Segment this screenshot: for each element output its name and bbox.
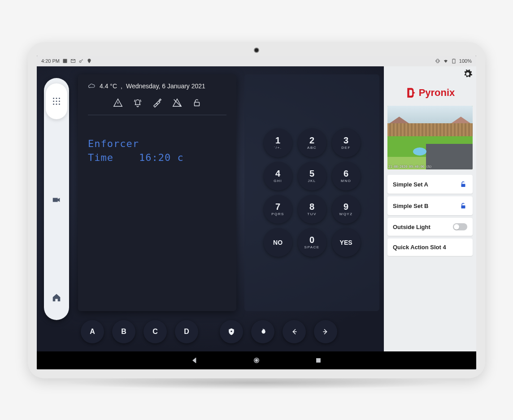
quick-action-label: Simple Set A: [393, 181, 428, 188]
svg-point-9: [56, 100, 57, 102]
quick-action-label: Quick Action Slot 4: [393, 244, 446, 251]
police-button[interactable]: [220, 320, 243, 343]
svg-point-11: [53, 103, 54, 104]
key-sublabel: ABC: [307, 146, 317, 150]
key-sublabel: MNO: [341, 179, 351, 183]
fire-button[interactable]: [251, 320, 274, 343]
key-label: 7: [275, 202, 280, 211]
key-sublabel: GHI: [274, 179, 282, 183]
arrow-right-icon: [321, 327, 330, 336]
svg-rect-17: [461, 205, 465, 208]
key-2[interactable]: 2ABC: [298, 129, 326, 157]
key-label: 9: [343, 202, 348, 211]
key-8[interactable]: 8TUV: [298, 195, 326, 224]
weather-date: Wednesday, 6 January 2021: [126, 82, 205, 90]
android-back-button[interactable]: [191, 356, 199, 364]
bell-icon: [133, 98, 143, 108]
key-5[interactable]: 5JKL: [298, 162, 326, 191]
key-sublabel: PQRS: [271, 212, 284, 216]
key-6[interactable]: 6MNO: [332, 162, 361, 191]
tablet-frame: 4:20 PM 100%: [28, 42, 485, 378]
wifi-icon: [443, 58, 448, 64]
warning-strike-icon: [172, 98, 182, 108]
svg-rect-14: [194, 102, 199, 106]
brand-name: Pyronix: [419, 87, 455, 99]
camera-timestamp: 21-08-2020 09:40:00 (S): [388, 165, 432, 169]
key-sublabel: DEF: [341, 146, 351, 150]
quick-action-3[interactable]: Quick Action Slot 4: [387, 238, 473, 256]
unlock-icon: [192, 98, 202, 108]
key-4[interactable]: 4GHI: [264, 162, 292, 191]
battery-percent: 100%: [459, 58, 472, 64]
key-label: 8: [309, 202, 314, 211]
divider: [88, 115, 226, 115]
quick-action-1[interactable]: Simple Set B: [387, 196, 473, 215]
brand: Pyronix: [387, 84, 473, 103]
key-sublabel: WQYZ: [339, 212, 353, 216]
left-nav: [44, 78, 69, 320]
camera-thumbnail[interactable]: 21-08-2020 09:40:00 (S): [387, 106, 473, 170]
svg-rect-3: [452, 59, 455, 63]
app-body: 4.4 °C, Wednesday, 6 January 2021 Enforc…: [37, 66, 476, 351]
svg-point-19: [255, 359, 258, 362]
key-label: 6: [343, 169, 348, 178]
screen: 4:20 PM 100%: [37, 56, 476, 369]
svg-point-12: [56, 103, 57, 104]
key-label: 3: [343, 136, 348, 145]
toggle-switch[interactable]: [453, 223, 467, 230]
key-no[interactable]: NO: [264, 228, 292, 257]
svg-point-15: [230, 330, 232, 332]
svg-rect-4: [453, 59, 454, 59]
area-b-button[interactable]: B: [112, 320, 135, 343]
tablet-camera-icon: [254, 48, 259, 53]
svg-rect-2: [437, 59, 439, 63]
android-nav-bar: [37, 351, 476, 369]
forward-button[interactable]: [314, 320, 337, 343]
key-sublabel: TUV: [307, 212, 317, 216]
key-yes[interactable]: YES: [332, 228, 361, 257]
mail-icon: [70, 58, 76, 64]
unlock-icon: [459, 180, 467, 188]
key-0[interactable]: 0SPACE: [298, 228, 326, 257]
key-label: 4: [275, 169, 280, 178]
status-time: 4:20 PM: [41, 58, 60, 64]
key-sublabel: `/+.: [274, 146, 282, 150]
key-3[interactable]: 3DEF: [332, 129, 361, 157]
keypad: 1`/+.2ABC3DEF4GHI5JKL6MNO7PQRS8TUV9WQYZN…: [244, 74, 379, 311]
right-panel: Pyronix 21-08-2020 09:40:00 (S) Simple S…: [384, 66, 476, 351]
key-9[interactable]: 9WQYZ: [332, 195, 361, 224]
home-tab[interactable]: [46, 280, 67, 316]
shadow: [62, 376, 451, 390]
svg-point-1: [79, 61, 81, 62]
android-home-button[interactable]: [252, 356, 261, 364]
area-c-button[interactable]: C: [143, 320, 167, 343]
svg-point-10: [59, 100, 60, 102]
indicator-row: [88, 98, 226, 108]
svg-point-7: [59, 98, 60, 99]
android-recent-button[interactable]: [314, 356, 322, 364]
keypad-tab[interactable]: [46, 83, 67, 119]
android-status-bar: 4:20 PM 100%: [37, 56, 476, 66]
house-icon: [52, 293, 61, 303]
settings-button[interactable]: [463, 69, 473, 79]
svg-rect-16: [461, 184, 465, 187]
grid-icon: [52, 96, 61, 106]
area-a-button[interactable]: A: [81, 320, 104, 343]
fire-icon: [258, 327, 267, 336]
info-panel: 4.4 °C, Wednesday, 6 January 2021 Enforc…: [78, 74, 236, 311]
key-7[interactable]: 7PQRS: [264, 195, 292, 224]
image-icon: [62, 58, 68, 64]
key-label: 2: [309, 136, 314, 145]
location-icon: [87, 58, 92, 64]
brand-logo-icon: [405, 87, 417, 99]
quick-action-0[interactable]: Simple Set A: [387, 175, 473, 194]
weather-line: 4.4 °C, Wednesday, 6 January 2021: [88, 82, 226, 90]
back-button[interactable]: [283, 320, 306, 343]
key-1[interactable]: 1`/+.: [264, 129, 292, 157]
svg-point-5: [53, 98, 54, 99]
quick-action-2[interactable]: Outside Light: [387, 218, 473, 236]
area-d-button[interactable]: D: [175, 320, 198, 343]
camera-tab[interactable]: [46, 182, 67, 218]
lcd-display: Enforcer Time 16:20 c: [88, 137, 226, 165]
key-label: 0: [309, 235, 314, 244]
